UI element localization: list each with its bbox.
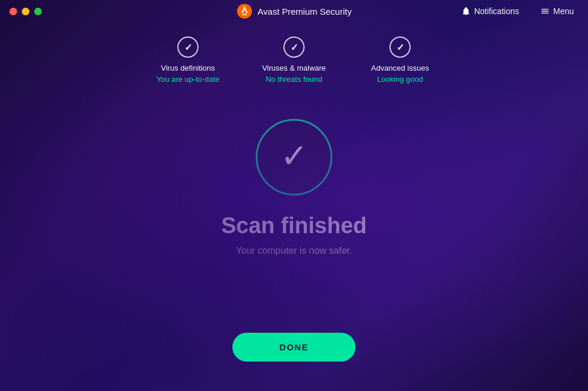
close-button[interactable] <box>9 8 17 15</box>
titlebar: Avast Premium Security Notifications Men… <box>0 0 588 22</box>
menu-label: Menu <box>553 6 574 16</box>
maximize-button[interactable] <box>34 8 42 15</box>
notifications-label: Notifications <box>474 6 519 16</box>
step-circle-1: ✓ <box>177 37 199 58</box>
step-circle-2: ✓ <box>283 37 305 58</box>
done-button[interactable]: DONE <box>232 333 355 362</box>
app-title-area: Avast Premium Security <box>236 3 352 19</box>
step-viruses-malware: ✓ Viruses & malware No threats found <box>241 37 347 84</box>
step-status-2: No threats found <box>266 75 322 84</box>
scan-subtitle: Your computer is now safer. <box>236 246 352 256</box>
notifications-button[interactable]: Notifications <box>457 4 524 18</box>
minimize-button[interactable] <box>22 8 29 15</box>
step-label-2: Viruses & malware <box>262 64 326 72</box>
menu-icon <box>540 6 550 16</box>
done-btn-container: DONE <box>232 333 355 362</box>
check-icon-3: ✓ <box>397 42 404 53</box>
steps-row: ✓ Virus definitions You are up-to-date ✓… <box>0 37 588 84</box>
app-title: Avast Premium Security <box>257 6 352 16</box>
step-label-1: Virus definitions <box>161 64 215 72</box>
main-content: ✓ Scan finished Your computer is now saf… <box>0 119 588 256</box>
window-controls <box>9 8 42 15</box>
bell-icon <box>461 6 471 16</box>
big-check-icon: ✓ <box>280 140 308 173</box>
scan-title: Scan finished <box>221 213 366 238</box>
app-logo-icon <box>236 3 253 19</box>
step-advanced-issues: ✓ Advanced issues Looking good <box>347 37 453 84</box>
svg-point-0 <box>237 4 252 18</box>
step-status-3: Looking good <box>377 75 423 84</box>
step-virus-definitions: ✓ Virus definitions You are up-to-date <box>135 37 241 84</box>
menu-button[interactable]: Menu <box>536 4 579 18</box>
scan-result-circle: ✓ <box>256 119 332 196</box>
check-icon-1: ✓ <box>184 42 192 53</box>
step-label-3: Advanced issues <box>371 64 429 72</box>
titlebar-right: Notifications Menu <box>457 4 579 18</box>
step-circle-3: ✓ <box>389 37 411 58</box>
check-icon-2: ✓ <box>290 42 298 53</box>
step-status-1: You are up-to-date <box>156 75 219 84</box>
